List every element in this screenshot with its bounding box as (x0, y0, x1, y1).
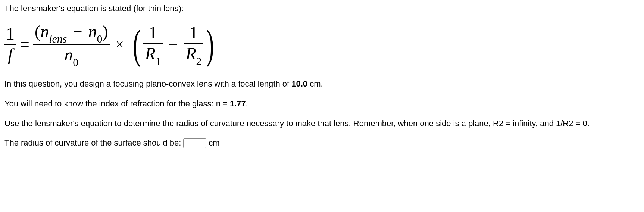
big-paren-right: ) (206, 29, 214, 60)
instruction-text: Use the lensmaker's equation to determin… (4, 118, 640, 130)
n0-sub: 0 (97, 32, 102, 45)
minus-sign-radii: − (169, 32, 178, 56)
den-r2: R2 (184, 45, 203, 65)
p1-pre: In this question, you design a focusing … (4, 79, 291, 88)
numerator-n-diff: (nlens − n0) (33, 23, 110, 43)
equals-sign: = (20, 32, 29, 56)
n0-var-den: n (64, 45, 73, 64)
n-lens-sub: lens (49, 32, 67, 45)
numerator-1: 1 (4, 25, 16, 43)
fraction-1-over-r1: 1 R1 (143, 24, 162, 65)
n0-sub-den: 0 (73, 56, 78, 68)
n-lens-var: n (40, 22, 49, 41)
answer-unit: cm (209, 137, 219, 149)
intro-text: The lensmaker's equation is stated (for … (4, 3, 640, 15)
big-paren-left: ( (133, 29, 140, 60)
focal-length-text: In this question, you design a focusing … (4, 78, 640, 90)
den-r1: R1 (143, 45, 162, 65)
fraction-1-over-r2: 1 R2 (184, 24, 203, 65)
focal-length-value: 10.0 (291, 79, 307, 88)
paren-group-radii: ( 1 R1 − 1 R2 ) (130, 24, 217, 65)
denominator-n0: n0 (63, 46, 80, 66)
answer-row: The radius of curvature of the surface s… (4, 137, 640, 149)
times-sign: × (116, 34, 124, 55)
r1-var: R (145, 44, 155, 63)
n0-var: n (88, 22, 97, 41)
fraction-n-diff: (nlens − n0) n0 (33, 23, 110, 66)
answer-prompt: The radius of curvature of the surface s… (4, 137, 181, 149)
paren-close: ) (102, 22, 108, 41)
index-refraction-value: 1.77 (230, 99, 246, 108)
num-1-r1: 1 (147, 24, 159, 42)
r2-var: R (186, 44, 196, 63)
radius-input[interactable] (183, 138, 206, 148)
lensmaker-equation: 1 f = (nlens − n0) n0 × ( 1 R1 − (4, 23, 640, 66)
r1-sub: 1 (156, 55, 161, 67)
index-refraction-text: You will need to know the index of refra… (4, 98, 640, 110)
p1-post: cm. (307, 79, 323, 88)
denominator-f: f (6, 46, 14, 64)
r2-sub: 2 (196, 55, 202, 67)
p2-pre: You will need to know the index of refra… (4, 99, 230, 108)
minus-sign: − (73, 22, 82, 41)
fraction-1-over-f: 1 f (4, 25, 16, 64)
paren-open: ( (35, 22, 40, 41)
num-1-r2: 1 (188, 24, 200, 42)
p2-post: . (246, 99, 248, 108)
